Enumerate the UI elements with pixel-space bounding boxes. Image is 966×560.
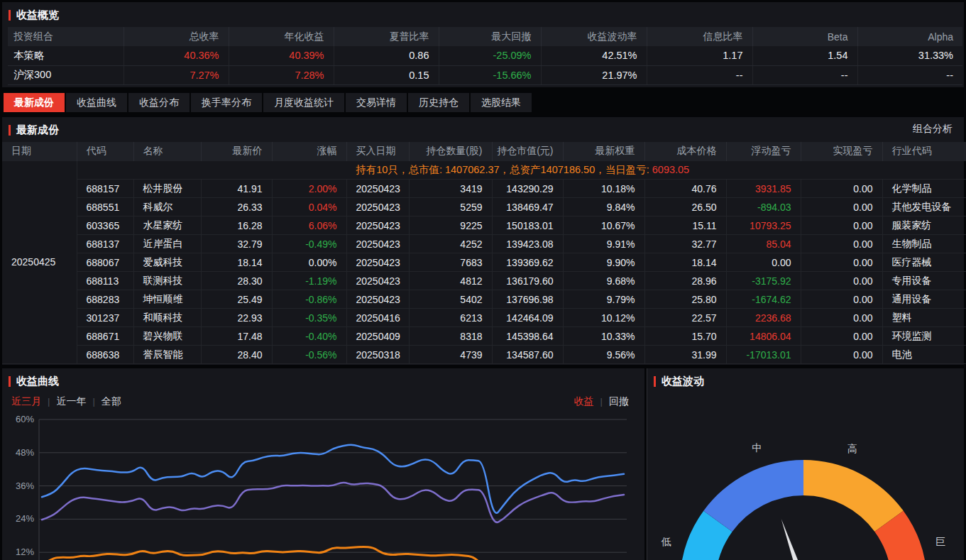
- tab-item-1[interactable]: 最新成份: [4, 93, 65, 112]
- position-qty: 4812: [409, 272, 492, 290]
- mode-filter-2[interactable]: 回撤: [609, 395, 629, 408]
- overview-row[interactable]: 本策略40.36%40.39%0.86-25.09%42.51%1.171.54…: [8, 46, 962, 65]
- position-qty: 5402: [409, 290, 492, 309]
- y-tick-label: 36%: [16, 481, 34, 491]
- position-qty: 5259: [409, 198, 492, 216]
- holdings-col-header-11: 浮动盈亏: [726, 142, 801, 161]
- change-pct: -0.86%: [272, 290, 346, 309]
- industry: 化学制品: [882, 180, 966, 198]
- realized-pnl: 0.00: [801, 272, 882, 290]
- holdings-col-header-8: 持仓市值(元): [492, 142, 563, 161]
- floating-pnl: 10793.25: [726, 216, 801, 235]
- period-filter-3[interactable]: 全部: [101, 395, 121, 408]
- holdings-row-688067[interactable]: 688067爱威科技18.140.00%202504237683139369.6…: [2, 253, 966, 272]
- holdings-table: 日期代码名称最新价涨幅买入日期持仓数量(股)持仓市值(元)最新权重成本价格浮动盈…: [2, 142, 966, 365]
- overview-col-header-4: 夏普比率: [334, 27, 439, 46]
- curve-series-purple-line: [42, 483, 624, 522]
- latest-price: 17.48: [201, 327, 272, 346]
- buy-date: 20250423: [346, 290, 409, 309]
- portfolio-analysis-link[interactable]: 组合分析: [913, 123, 953, 136]
- stock-name: 碧兴物联: [133, 327, 201, 346]
- market-value: 145398.64: [492, 327, 563, 346]
- position-qty: 4252: [409, 235, 492, 253]
- holdings-col-header-12: 实现盈亏: [801, 142, 882, 161]
- stock-code: 603365: [77, 216, 133, 235]
- industry: 医疗器械: [882, 253, 966, 272]
- holdings-summary-row: 20250425持有10只，总市值: 1407062.37，总资产1407186…: [2, 161, 966, 180]
- mode-filter-1[interactable]: 收益: [574, 395, 594, 408]
- holdings-header-row: 日期代码名称最新价涨幅买入日期持仓数量(股)持仓市值(元)最新权重成本价格浮动盈…: [2, 142, 966, 161]
- overview-col-header-7: 信息比率: [647, 27, 752, 46]
- y-tick-label: 24%: [16, 513, 34, 524]
- holdings-col-header-5: 涨幅: [272, 142, 346, 161]
- position-qty: 4739: [409, 346, 492, 364]
- holdings-row-301237[interactable]: 301237和顺科技22.93-0.35%202504166213142464.…: [2, 309, 966, 327]
- latest-price: 28.40: [201, 346, 272, 364]
- red-accent-bar: [9, 376, 11, 387]
- holdings-row-688638[interactable]: 688638誉辰智能28.40-0.56%202503184739134587.…: [2, 346, 966, 364]
- gauge-label-中: 中: [752, 442, 762, 454]
- overview-row[interactable]: 沪深3007.27%7.28%0.15-15.66%21.97%------: [8, 65, 962, 84]
- buy-date: 20250318: [346, 346, 409, 364]
- overview-cell-2: 40.36%: [124, 46, 229, 65]
- overview-cell-9: 31.33%: [857, 46, 962, 65]
- overview-cell-9: --: [857, 65, 962, 84]
- overview-cell-8: 1.54: [752, 46, 857, 65]
- tab-item-7[interactable]: 历史持仓: [408, 93, 469, 112]
- realized-pnl: 0.00: [801, 346, 882, 364]
- holdings-title-text: 最新成份: [16, 123, 59, 137]
- latest-price: 16.28: [201, 216, 272, 235]
- overview-cell-5: -25.09%: [439, 46, 541, 65]
- gauge-label-低: 低: [661, 536, 671, 547]
- holdings-col-header-1: 日期: [2, 142, 77, 161]
- position-qty: 6213: [409, 309, 492, 327]
- cost-price: 40.76: [644, 180, 726, 198]
- holdings-col-header-10: 成本价格: [644, 142, 726, 161]
- holdings-row-688157[interactable]: 688157松井股份41.912.00%202504233419143290.2…: [2, 180, 966, 198]
- stock-code: 688638: [77, 346, 133, 364]
- cost-price: 25.80: [644, 290, 726, 309]
- period-filter-1[interactable]: 近三月: [11, 395, 41, 408]
- change-pct: -1.19%: [272, 272, 346, 290]
- period-filter-2[interactable]: 近一年: [56, 395, 86, 408]
- market-value: 143290.29: [492, 180, 563, 198]
- holdings-row-688551[interactable]: 688551科威尔26.330.04%202504235259138469.47…: [2, 198, 966, 216]
- change-pct: -0.40%: [272, 327, 346, 346]
- tab-item-6[interactable]: 交易详情: [346, 93, 407, 112]
- volatility-gauge: 低中高巨: [647, 405, 964, 560]
- overview-cell-4: 0.15: [334, 65, 439, 84]
- gauge-label-巨: 巨: [935, 536, 945, 547]
- overview-cell-3: 40.39%: [229, 46, 334, 65]
- realized-pnl: 0.00: [801, 290, 882, 309]
- market-value: 137696.98: [492, 290, 563, 309]
- tab-item-8[interactable]: 选股结果: [471, 93, 532, 112]
- buy-date: 20250423: [346, 272, 409, 290]
- holdings-row-688283[interactable]: 688283坤恒顺维25.49-0.86%202504235402137696.…: [2, 290, 966, 309]
- industry: 电池: [882, 346, 966, 364]
- cost-price: 31.99: [644, 346, 726, 364]
- realized-pnl: 0.00: [801, 180, 882, 198]
- red-accent-bar: [9, 10, 11, 21]
- stock-code: 688137: [77, 235, 133, 253]
- red-accent-bar: [9, 125, 11, 136]
- position-qty: 7683: [409, 253, 492, 272]
- holdings-row-688671[interactable]: 688671碧兴物联17.48-0.40%202504098318145398.…: [2, 327, 966, 346]
- holdings-row-688113[interactable]: 688113联测科技28.30-1.19%202504234812136179.…: [2, 272, 966, 290]
- tab-item-2[interactable]: 收益曲线: [66, 93, 127, 112]
- tab-item-3[interactable]: 收益分布: [128, 93, 190, 112]
- position-qty: 8318: [409, 327, 492, 346]
- stock-code: 688283: [77, 290, 133, 309]
- stock-code: 688067: [77, 253, 133, 272]
- tab-item-5[interactable]: 月度收益统计: [263, 93, 344, 112]
- stock-name: 和顺科技: [133, 309, 201, 327]
- overview-cell-5: -15.66%: [439, 65, 541, 84]
- overview-cell-3: 7.28%: [229, 65, 334, 84]
- holdings-row-688137[interactable]: 688137近岸蛋白32.79-0.49%202504234252139423.…: [2, 235, 966, 253]
- holdings-row-603365[interactable]: 603365水星家纺16.286.06%202504239225150183.0…: [2, 216, 966, 235]
- market-value: 142464.09: [492, 309, 563, 327]
- stock-code: 688157: [77, 180, 133, 198]
- tab-item-4[interactable]: 换手率分布: [191, 93, 262, 112]
- stock-code: 688113: [77, 272, 133, 290]
- buy-date: 20250416: [346, 309, 409, 327]
- industry: 生物制品: [882, 235, 966, 253]
